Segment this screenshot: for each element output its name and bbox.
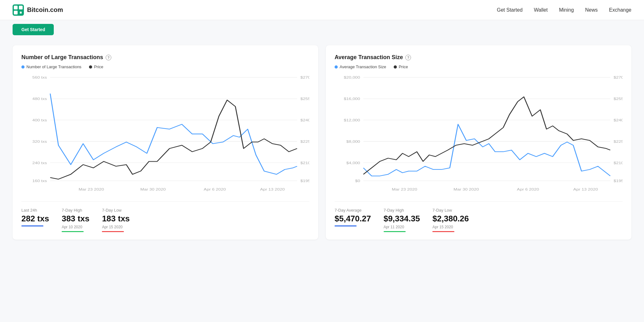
right-card-title: Average Transaction Size ?	[335, 54, 623, 61]
svg-text:480 txs: 480 txs	[32, 97, 47, 101]
svg-text:$20,000: $20,000	[344, 75, 360, 80]
right-stat-underline-red	[432, 231, 454, 232]
svg-text:$8,000: $8,000	[346, 139, 360, 143]
left-stats-row: Last 24h 282 txs 7-Day High 383 txs Apr …	[21, 201, 309, 232]
right-chart-svg: $20,000 $16,000 $12,000 $8,000 $4,000 $0…	[335, 74, 623, 194]
left-stat-7day-low: 7-Day Low 183 txs Apr 15 2020	[102, 208, 130, 232]
svg-text:$195: $195	[613, 179, 623, 183]
nav-mining[interactable]: Mining	[559, 7, 574, 13]
svg-rect-1	[14, 6, 18, 9]
large-transactions-card: Number of Large Transactions ? Number of…	[13, 45, 318, 240]
svg-text:400 txs: 400 txs	[32, 118, 47, 122]
svg-text:Apr 13 2020: Apr 13 2020	[573, 187, 598, 191]
svg-text:$270: $270	[613, 75, 623, 80]
svg-text:$225: $225	[613, 139, 623, 143]
svg-text:Mar 30 2020: Mar 30 2020	[453, 187, 479, 191]
svg-text:Apr 13 2020: Apr 13 2020	[260, 187, 285, 191]
svg-text:$270: $270	[300, 75, 309, 80]
svg-text:160 txs: 160 txs	[32, 179, 47, 183]
svg-text:$4,000: $4,000	[346, 161, 360, 165]
right-stats-row: 7-Day Average $5,470.27 7-Day High $9,33…	[335, 201, 623, 232]
svg-text:240 txs: 240 txs	[32, 161, 47, 165]
left-stat-7day-high: 7-Day High 383 txs Apr 10 2020	[62, 208, 89, 232]
nav-links: Get Started Wallet Mining News Exchange	[497, 7, 631, 13]
svg-text:$210: $210	[300, 161, 309, 165]
svg-text:$0: $0	[355, 179, 360, 183]
svg-rect-2	[19, 6, 23, 9]
left-card-title: Number of Large Transactions ?	[21, 54, 309, 61]
svg-rect-5	[20, 12, 22, 14]
svg-text:$195: $195	[300, 179, 309, 183]
nav-news[interactable]: News	[585, 7, 598, 13]
svg-rect-3	[14, 11, 18, 14]
svg-text:Mar 23 2020: Mar 23 2020	[79, 187, 104, 191]
nav-wallet[interactable]: Wallet	[534, 7, 548, 13]
left-legend-dot-dark	[89, 65, 92, 69]
left-legend: Number of Large Transactions Price	[21, 64, 309, 69]
right-stat-7day-low: 7-Day Low $2,380.26 Apr 15 2020	[432, 208, 469, 232]
svg-text:Mar 30 2020: Mar 30 2020	[140, 187, 166, 191]
get-started-button[interactable]: Get Started	[13, 24, 54, 35]
svg-text:Apr 6 2020: Apr 6 2020	[204, 187, 226, 191]
svg-text:320 txs: 320 txs	[32, 139, 47, 143]
left-legend-dark: Price	[89, 64, 103, 69]
main-content: Number of Large Transactions ? Number of…	[0, 39, 644, 252]
svg-text:$240: $240	[613, 118, 623, 122]
svg-text:Apr 6 2020: Apr 6 2020	[517, 187, 539, 191]
avg-transaction-size-card: Average Transaction Size ? Average Trans…	[326, 45, 631, 240]
top-bar: Get Started	[0, 20, 644, 39]
right-legend: Average Transaction Size Price	[335, 64, 623, 69]
left-stat-underline-blue	[21, 225, 43, 226]
right-legend-dot-blue	[335, 65, 338, 69]
left-stat-underline-green	[62, 231, 84, 232]
logo[interactable]: Bitcoin.com	[13, 4, 63, 16]
left-legend-dot-blue	[21, 65, 25, 69]
svg-text:$255: $255	[613, 97, 623, 101]
right-stat-underline-blue	[335, 225, 357, 226]
right-stat-underline-green	[384, 231, 406, 232]
left-legend-blue: Number of Large Transactions	[21, 64, 81, 69]
right-legend-dark: Price	[394, 64, 408, 69]
left-stat-underline-red	[102, 231, 124, 232]
nav-get-started[interactable]: Get Started	[497, 7, 523, 13]
svg-text:560 txs: 560 txs	[32, 75, 47, 80]
right-legend-dot-dark	[394, 65, 397, 69]
svg-text:$12,000: $12,000	[344, 118, 360, 122]
svg-text:Mar 23 2020: Mar 23 2020	[392, 187, 417, 191]
bitcoin-logo-icon	[13, 4, 24, 16]
right-stat-7day-avg: 7-Day Average $5,470.27	[335, 208, 371, 232]
svg-text:$225: $225	[300, 139, 309, 143]
svg-text:$16,000: $16,000	[344, 97, 360, 101]
right-chart-wrapper: $20,000 $16,000 $12,000 $8,000 $4,000 $0…	[335, 74, 623, 194]
left-help-icon[interactable]: ?	[106, 55, 111, 60]
left-chart-wrapper: 560 txs 480 txs 400 txs 320 txs 240 txs …	[21, 74, 309, 194]
nav-exchange[interactable]: Exchange	[609, 7, 631, 13]
svg-text:$210: $210	[613, 161, 623, 165]
left-chart-svg: 560 txs 480 txs 400 txs 320 txs 240 txs …	[21, 74, 309, 194]
svg-text:$240: $240	[300, 118, 309, 122]
right-stat-7day-high: 7-Day High $9,334.35 Apr 11 2020	[384, 208, 420, 232]
right-legend-blue: Average Transaction Size	[335, 64, 386, 69]
logo-text: Bitcoin.com	[27, 6, 63, 14]
left-stat-last24h: Last 24h 282 txs	[21, 208, 49, 232]
navbar: Bitcoin.com Get Started Wallet Mining Ne…	[0, 0, 644, 20]
right-help-icon[interactable]: ?	[405, 55, 411, 60]
svg-text:$255: $255	[300, 97, 309, 101]
